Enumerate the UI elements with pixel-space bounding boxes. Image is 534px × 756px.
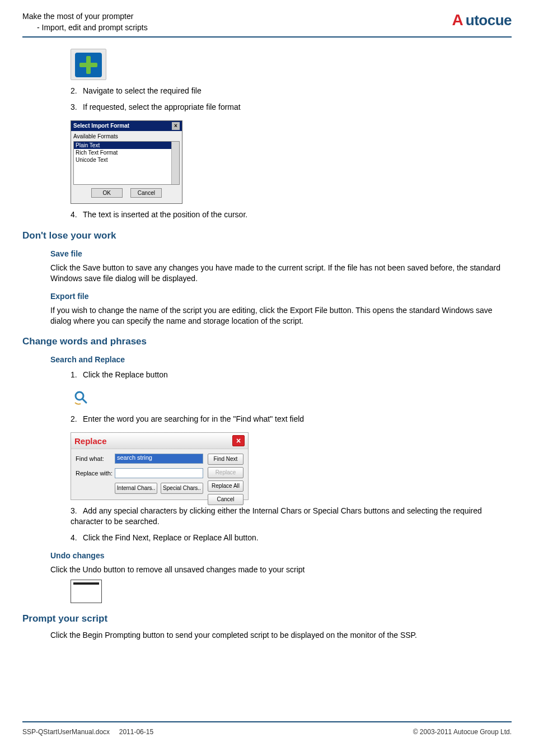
prompt-paragraph: Click the Begin Prompting button to send… xyxy=(50,630,512,641)
find-what-label: Find what: xyxy=(76,455,115,462)
undo-paragraph: Click the Undo button to remove all unsa… xyxy=(50,564,512,575)
dialog-title-text: Select Import Format xyxy=(73,123,129,129)
undo-button-icon xyxy=(71,580,102,603)
replace-with-input[interactable] xyxy=(115,468,203,478)
replace-dialog: Replace × Find what: search string Repla… xyxy=(71,432,249,500)
close-icon[interactable]: × xyxy=(232,435,245,446)
logo-mark-icon: A xyxy=(452,11,463,29)
save-file-paragraph: Click the Save button to save any change… xyxy=(50,263,512,284)
scrollbar[interactable] xyxy=(171,142,179,184)
replace-step-3: 3.Add any special characters by clicking… xyxy=(71,506,512,527)
svg-line-1 xyxy=(82,399,86,403)
footer-filename: SSP-QStartUserManual.docx xyxy=(22,728,110,736)
heading-change-words: Change words and phrases xyxy=(22,336,512,347)
cancel-button[interactable]: Cancel xyxy=(130,188,162,198)
import-step-4: 4.The text is inserted at the position o… xyxy=(71,209,512,220)
format-item-plain-text[interactable]: Plain Text xyxy=(74,142,179,149)
available-formats-label: Available Formats xyxy=(73,133,180,139)
select-import-format-dialog: Select Import Format × Available Formats… xyxy=(71,120,182,204)
heading-search-replace: Search and Replace xyxy=(50,355,512,364)
replace-dialog-title: Replace xyxy=(74,436,107,446)
internal-chars-button[interactable]: Internal Chars.. xyxy=(115,483,157,494)
heading-export-file: Export file xyxy=(50,292,512,301)
import-step-2: 2.Navigate to select the required file xyxy=(71,86,512,96)
footer-date: 2011-06-15 xyxy=(119,728,153,736)
replace-step-4: 4.Click the Find Next, Replace or Replac… xyxy=(71,533,512,543)
footer-copyright: © 2003-2011 Autocue Group Ltd. xyxy=(413,728,512,736)
replace-button-icon xyxy=(71,388,91,408)
replace-button[interactable]: Replace xyxy=(208,467,243,478)
heading-undo-changes: Undo changes xyxy=(50,551,512,560)
import-plus-icon xyxy=(71,49,106,80)
logo-text: utocue xyxy=(466,12,512,29)
replace-with-label: Replace with: xyxy=(76,470,115,477)
brand-logo: Autocue xyxy=(452,11,512,29)
format-listbox[interactable]: Plain Text Rich Text Format Unicode Text xyxy=(73,141,180,185)
import-step-3: 3.If requested, select the appropriate f… xyxy=(71,102,512,113)
special-chars-button[interactable]: Special Chars.. xyxy=(161,483,203,494)
ok-button[interactable]: OK xyxy=(91,188,123,198)
heading-dont-lose-work: Don't lose your work xyxy=(22,230,512,241)
export-file-paragraph: If you wish to change the name of the sc… xyxy=(50,305,512,326)
replace-all-button[interactable]: Replace All xyxy=(208,480,243,492)
heading-prompt-script: Prompt your script xyxy=(22,613,512,624)
cancel-button[interactable]: Cancel xyxy=(208,494,243,505)
format-item-unicode[interactable]: Unicode Text xyxy=(74,156,179,164)
find-what-input[interactable]: search string xyxy=(115,454,203,464)
find-next-button[interactable]: Find Next xyxy=(208,454,243,465)
header-line-1: Make the most of your prompter xyxy=(22,11,148,22)
close-icon[interactable]: × xyxy=(172,122,180,130)
replace-step-2: 2.Enter the word you are searching for i… xyxy=(71,414,512,424)
heading-save-file: Save file xyxy=(50,249,512,258)
replace-step-1: 1.Click the Replace button xyxy=(71,370,512,380)
format-item-rich-text[interactable]: Rich Text Format xyxy=(74,149,179,156)
header-line-2: - Import, edit and prompt scripts xyxy=(22,22,148,34)
